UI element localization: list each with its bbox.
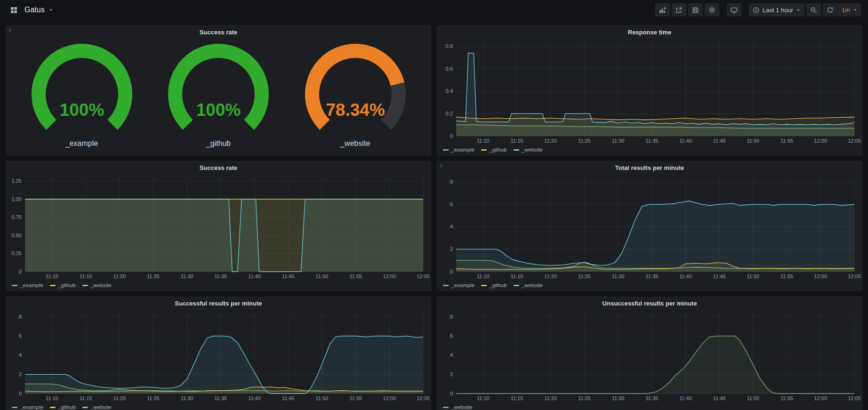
legend-item[interactable]: _github	[481, 282, 507, 288]
panel-info-icon[interactable]: i	[437, 161, 445, 169]
series-color-swatch	[481, 149, 487, 151]
response-time-chart[interactable]: 00.20.40.60.811:1011:1511:2011:2511:3011…	[437, 38, 862, 145]
legend-item[interactable]: _website	[443, 404, 472, 410]
svg-text:11:35: 11:35	[214, 395, 227, 401]
panel-title[interactable]: Success rate	[6, 161, 431, 174]
svg-text:8: 8	[19, 314, 22, 320]
add-panel-button[interactable]	[655, 3, 670, 16]
legend-item[interactable]: _github	[50, 282, 76, 288]
panel-title[interactable]: Successful results per minute	[6, 297, 431, 309]
svg-text:11:30: 11:30	[181, 395, 193, 401]
svg-text:11:20: 11:20	[544, 273, 557, 279]
legend-item[interactable]: _website	[82, 282, 112, 288]
svg-text:2: 2	[19, 371, 22, 377]
svg-text:11:20: 11:20	[113, 273, 126, 279]
svg-text:12:00: 12:00	[814, 395, 828, 401]
legend-item[interactable]: _example	[443, 147, 474, 153]
legend-label: _website	[90, 282, 112, 288]
panel-title[interactable]: Success rate	[6, 26, 431, 38]
svg-text:11:40: 11:40	[679, 273, 692, 279]
series-color-swatch	[443, 285, 449, 286]
legend-item[interactable]: _website	[514, 282, 543, 288]
svg-text:11:20: 11:20	[113, 395, 126, 401]
svg-text:11:40: 11:40	[679, 138, 692, 144]
svg-text:8: 8	[450, 179, 453, 185]
svg-text:12:05: 12:05	[417, 273, 430, 279]
svg-text:12:00: 12:00	[814, 138, 828, 144]
legend-item[interactable]: _example	[12, 404, 43, 410]
legend-label: _website	[90, 404, 112, 410]
svg-text:11:40: 11:40	[679, 395, 692, 401]
series-color-swatch	[514, 149, 519, 151]
svg-text:0.6: 0.6	[446, 66, 453, 72]
legend-label: _github	[58, 282, 76, 288]
panel-title[interactable]: Unsuccessful results per minute	[437, 297, 862, 309]
chart-canvas[interactable]: 00.20.40.60.811:1011:1511:2011:2511:3011…	[437, 38, 862, 145]
save-button[interactable]	[688, 3, 703, 16]
svg-text:100%: 100%	[59, 100, 104, 120]
legend-label: _example	[20, 282, 43, 288]
series-color-swatch	[12, 285, 17, 286]
svg-text:11:25: 11:25	[147, 395, 160, 401]
zoom-out-button[interactable]	[806, 3, 821, 16]
svg-text:12:00: 12:00	[383, 395, 396, 401]
svg-text:6: 6	[19, 333, 22, 338]
panel-title[interactable]: Total results per minute	[437, 161, 862, 174]
chart-legend: _website	[437, 402, 862, 410]
legend-item[interactable]: _website	[514, 147, 543, 153]
legend-item[interactable]: _website	[82, 404, 112, 410]
svg-text:11:45: 11:45	[282, 395, 295, 401]
legend-item[interactable]: _example	[443, 282, 474, 288]
panel-unsuccessful-results: Unsuccessful results per minute 0246811:…	[437, 297, 862, 410]
svg-text:11:45: 11:45	[282, 273, 295, 279]
svg-text:0.4: 0.4	[446, 88, 453, 94]
success-rate-chart[interactable]: 00.250.500.751.001.2511:1011:1511:2011:2…	[6, 174, 431, 280]
svg-text:1.00: 1.00	[12, 196, 22, 202]
legend-label: _github	[489, 147, 507, 153]
svg-text:6: 6	[450, 333, 453, 338]
total-results-chart[interactable]: 0246811:1011:1511:2011:2511:3011:3511:40…	[437, 174, 862, 280]
dashboards-menu-button[interactable]	[7, 3, 21, 16]
svg-text:12:00: 12:00	[814, 273, 828, 279]
svg-text:11:15: 11:15	[80, 273, 92, 279]
chart-canvas[interactable]: 00.250.500.751.001.2511:1011:1511:2011:2…	[6, 174, 431, 280]
chevron-down-icon	[796, 8, 801, 12]
legend-item[interactable]: _example	[12, 282, 43, 288]
chevron-down-icon	[48, 8, 53, 12]
svg-text:0.8: 0.8	[446, 43, 453, 49]
gauge-label: _example	[65, 139, 98, 148]
svg-text:11:55: 11:55	[780, 138, 793, 144]
chart-canvas[interactable]: 0246811:1011:1511:2011:2511:3011:3511:40…	[6, 309, 431, 402]
gauge-viz: 100%	[21, 43, 143, 138]
series-color-swatch	[50, 285, 56, 286]
zoom-out-icon	[810, 7, 817, 14]
svg-text:11:45: 11:45	[713, 395, 726, 401]
settings-button[interactable]	[705, 3, 719, 16]
legend-label: _example	[451, 282, 474, 288]
svg-text:0: 0	[19, 391, 22, 396]
svg-text:0: 0	[450, 133, 453, 139]
cycle-view-button[interactable]	[727, 3, 741, 16]
gauge-github: 100% _github	[157, 43, 280, 148]
share-button[interactable]	[672, 3, 686, 16]
legend-item[interactable]: _github	[481, 147, 507, 153]
chart-canvas[interactable]: 0246811:1011:1511:2011:2511:3011:3511:40…	[437, 174, 862, 280]
time-range-picker[interactable]: Last 1 hour	[749, 3, 804, 16]
svg-text:0.75: 0.75	[12, 214, 22, 220]
panel-title[interactable]: Response time	[437, 26, 862, 38]
series-color-swatch	[82, 407, 88, 408]
svg-text:11:50: 11:50	[316, 395, 329, 401]
legend-item[interactable]: _github	[50, 404, 76, 410]
svg-text:11:10: 11:10	[46, 395, 58, 401]
successful-results-chart[interactable]: 0246811:1011:1511:2011:2511:3011:3511:40…	[6, 309, 431, 402]
refresh-interval-label: 1m	[842, 7, 850, 14]
panel-info-icon[interactable]: i	[6, 26, 14, 33]
refresh-interval-dropdown[interactable]: 1m	[838, 3, 861, 16]
chart-canvas[interactable]: 0246811:1011:1511:2011:2511:3011:3511:40…	[437, 309, 862, 402]
refresh-button[interactable]	[823, 3, 837, 16]
svg-text:11:15: 11:15	[511, 273, 523, 279]
chart-legend: _example_github_website	[437, 280, 862, 290]
unsuccessful-results-chart[interactable]: 0246811:1011:1511:2011:2511:3011:3511:40…	[437, 309, 862, 402]
svg-text:11:55: 11:55	[780, 395, 793, 401]
dashboard-title[interactable]: Gatus	[24, 6, 45, 14]
